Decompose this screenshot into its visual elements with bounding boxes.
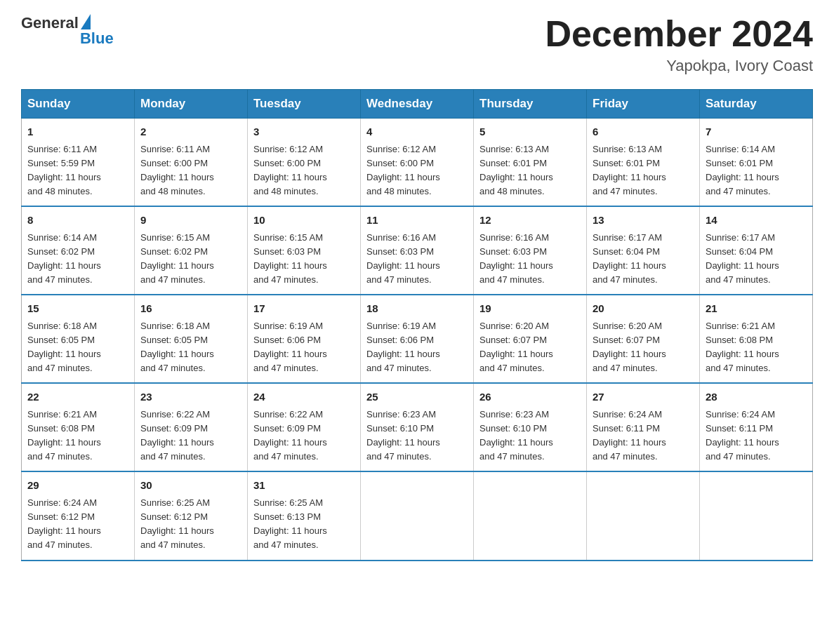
day-info: Sunrise: 6:11 AMSunset: 5:59 PMDaylight:… (27, 142, 128, 199)
day-info: Sunrise: 6:11 AMSunset: 6:00 PMDaylight:… (140, 142, 241, 199)
day-info: Sunrise: 6:22 AMSunset: 6:09 PMDaylight:… (253, 408, 355, 464)
day-info: Sunrise: 6:18 AMSunset: 6:05 PMDaylight:… (140, 319, 241, 376)
table-row: 24Sunrise: 6:22 AMSunset: 6:09 PMDayligh… (248, 383, 361, 471)
day-info: Sunrise: 6:23 AMSunset: 6:10 PMDaylight:… (366, 408, 468, 464)
day-number: 11 (366, 213, 468, 229)
logo-blue-text: Blue (80, 29, 114, 48)
day-info: Sunrise: 6:24 AMSunset: 6:11 PMDaylight:… (593, 408, 694, 464)
table-row (700, 471, 813, 560)
table-row: 26Sunrise: 6:23 AMSunset: 6:10 PMDayligh… (474, 383, 587, 471)
day-number: 6 (593, 124, 694, 140)
day-number: 25 (366, 389, 468, 405)
table-row: 21Sunrise: 6:21 AMSunset: 6:08 PMDayligh… (700, 295, 813, 383)
col-tuesday: Tuesday (248, 90, 361, 119)
table-row: 4Sunrise: 6:12 AMSunset: 6:00 PMDaylight… (361, 119, 474, 207)
day-number: 2 (140, 124, 241, 140)
day-number: 28 (706, 389, 807, 405)
day-info: Sunrise: 6:19 AMSunset: 6:06 PMDaylight:… (366, 319, 468, 376)
day-info: Sunrise: 6:13 AMSunset: 6:01 PMDaylight:… (479, 142, 581, 199)
day-number: 1 (27, 124, 128, 140)
logo: General General Blue (21, 14, 114, 49)
day-number: 7 (706, 124, 807, 140)
table-row: 22Sunrise: 6:21 AMSunset: 6:08 PMDayligh… (22, 383, 135, 471)
table-row: 29Sunrise: 6:24 AMSunset: 6:12 PMDayligh… (22, 471, 135, 560)
day-number: 14 (706, 213, 807, 229)
table-row: 28Sunrise: 6:24 AMSunset: 6:11 PMDayligh… (700, 383, 813, 471)
day-info: Sunrise: 6:18 AMSunset: 6:05 PMDaylight:… (27, 319, 128, 376)
day-info: Sunrise: 6:12 AMSunset: 6:00 PMDaylight:… (366, 142, 468, 199)
day-info: Sunrise: 6:24 AMSunset: 6:12 PMDaylight:… (27, 496, 128, 553)
table-row: 19Sunrise: 6:20 AMSunset: 6:07 PMDayligh… (474, 295, 587, 383)
day-info: Sunrise: 6:24 AMSunset: 6:11 PMDaylight:… (706, 408, 807, 464)
calendar-header-row: Sunday Monday Tuesday Wednesday Thursday… (22, 90, 813, 119)
table-row: 23Sunrise: 6:22 AMSunset: 6:09 PMDayligh… (135, 383, 248, 471)
day-number: 30 (140, 478, 241, 494)
day-info: Sunrise: 6:14 AMSunset: 6:01 PMDaylight:… (706, 142, 807, 199)
calendar-week-row: 29Sunrise: 6:24 AMSunset: 6:12 PMDayligh… (22, 471, 813, 560)
day-info: Sunrise: 6:21 AMSunset: 6:08 PMDaylight:… (27, 408, 128, 464)
day-number: 31 (253, 478, 355, 494)
day-info: Sunrise: 6:15 AMSunset: 6:02 PMDaylight:… (140, 231, 241, 288)
table-row: 20Sunrise: 6:20 AMSunset: 6:07 PMDayligh… (587, 295, 700, 383)
title-section: December 2024 Yapokpa, Ivory Coast (545, 14, 813, 75)
col-friday: Friday (587, 90, 700, 119)
day-info: Sunrise: 6:13 AMSunset: 6:01 PMDaylight:… (593, 142, 694, 199)
table-row: 16Sunrise: 6:18 AMSunset: 6:05 PMDayligh… (135, 295, 248, 383)
table-row: 3Sunrise: 6:12 AMSunset: 6:00 PMDaylight… (248, 119, 361, 207)
logo-triangle-icon (81, 14, 91, 29)
day-info: Sunrise: 6:20 AMSunset: 6:07 PMDaylight:… (593, 319, 694, 376)
day-info: Sunrise: 6:15 AMSunset: 6:03 PMDaylight:… (253, 231, 355, 288)
day-info: Sunrise: 6:21 AMSunset: 6:08 PMDaylight:… (706, 319, 807, 376)
table-row: 5Sunrise: 6:13 AMSunset: 6:01 PMDaylight… (474, 119, 587, 207)
day-number: 10 (253, 213, 355, 229)
day-number: 23 (140, 389, 241, 405)
col-monday: Monday (135, 90, 248, 119)
day-number: 8 (27, 213, 128, 229)
table-row: 27Sunrise: 6:24 AMSunset: 6:11 PMDayligh… (587, 383, 700, 471)
calendar-week-row: 15Sunrise: 6:18 AMSunset: 6:05 PMDayligh… (22, 295, 813, 383)
location-subtitle: Yapokpa, Ivory Coast (545, 57, 813, 75)
day-number: 18 (366, 301, 468, 317)
day-info: Sunrise: 6:25 AMSunset: 6:12 PMDaylight:… (140, 496, 241, 553)
day-number: 13 (593, 213, 694, 229)
day-info: Sunrise: 6:12 AMSunset: 6:00 PMDaylight:… (253, 142, 355, 199)
table-row: 6Sunrise: 6:13 AMSunset: 6:01 PMDaylight… (587, 119, 700, 207)
day-number: 24 (253, 389, 355, 405)
day-number: 29 (27, 478, 128, 494)
table-row: 15Sunrise: 6:18 AMSunset: 6:05 PMDayligh… (22, 295, 135, 383)
table-row: 7Sunrise: 6:14 AMSunset: 6:01 PMDaylight… (700, 119, 813, 207)
day-number: 27 (593, 389, 694, 405)
table-row: 18Sunrise: 6:19 AMSunset: 6:06 PMDayligh… (361, 295, 474, 383)
day-number: 19 (479, 301, 581, 317)
table-row: 14Sunrise: 6:17 AMSunset: 6:04 PMDayligh… (700, 206, 813, 295)
table-row: 10Sunrise: 6:15 AMSunset: 6:03 PMDayligh… (248, 206, 361, 295)
day-info: Sunrise: 6:25 AMSunset: 6:13 PMDaylight:… (253, 496, 355, 553)
day-number: 21 (706, 301, 807, 317)
table-row: 30Sunrise: 6:25 AMSunset: 6:12 PMDayligh… (135, 471, 248, 560)
table-row: 11Sunrise: 6:16 AMSunset: 6:03 PMDayligh… (361, 206, 474, 295)
day-number: 12 (479, 213, 581, 229)
col-sunday: Sunday (22, 90, 135, 119)
page-header: General General Blue December 2024 Yapok… (21, 14, 813, 75)
table-row: 31Sunrise: 6:25 AMSunset: 6:13 PMDayligh… (248, 471, 361, 560)
calendar-week-row: 8Sunrise: 6:14 AMSunset: 6:02 PMDaylight… (22, 206, 813, 295)
day-number: 20 (593, 301, 694, 317)
day-number: 9 (140, 213, 241, 229)
day-info: Sunrise: 6:16 AMSunset: 6:03 PMDaylight:… (366, 231, 468, 288)
day-info: Sunrise: 6:17 AMSunset: 6:04 PMDaylight:… (706, 231, 807, 288)
table-row (474, 471, 587, 560)
table-row (361, 471, 474, 560)
month-title: December 2024 (545, 14, 813, 54)
day-number: 22 (27, 389, 128, 405)
day-info: Sunrise: 6:23 AMSunset: 6:10 PMDaylight:… (479, 408, 581, 464)
day-info: Sunrise: 6:14 AMSunset: 6:02 PMDaylight:… (27, 231, 128, 288)
table-row: 2Sunrise: 6:11 AMSunset: 6:00 PMDaylight… (135, 119, 248, 207)
table-row: 13Sunrise: 6:17 AMSunset: 6:04 PMDayligh… (587, 206, 700, 295)
table-row: 25Sunrise: 6:23 AMSunset: 6:10 PMDayligh… (361, 383, 474, 471)
table-row: 17Sunrise: 6:19 AMSunset: 6:06 PMDayligh… (248, 295, 361, 383)
day-number: 16 (140, 301, 241, 317)
day-number: 26 (479, 389, 581, 405)
logo-general-text: General (21, 14, 79, 32)
table-row: 9Sunrise: 6:15 AMSunset: 6:02 PMDaylight… (135, 206, 248, 295)
table-row: 1Sunrise: 6:11 AMSunset: 5:59 PMDaylight… (22, 119, 135, 207)
